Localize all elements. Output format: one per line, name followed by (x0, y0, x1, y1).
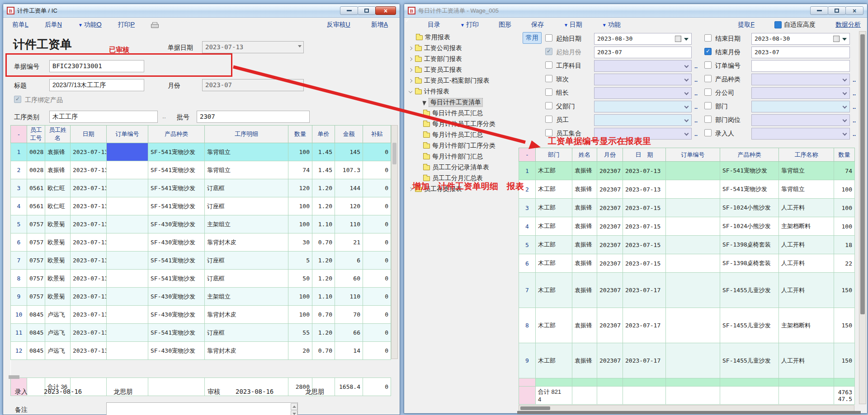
table-row[interactable]: 3 0561 欧仁旺 2023-07-13 SF-541宠物沙发 订底框 120… (11, 179, 391, 197)
process-subject-select[interactable] (594, 60, 692, 72)
parent-dept-select[interactable] (594, 101, 692, 112)
report-vscrollbar[interactable] (859, 31, 866, 404)
table-row[interactable]: 10 0845 卢远飞 2023-07-13 SF-430宠物沙发 靠背封木皮 … (11, 306, 391, 324)
col-header[interactable]: 订单编号 (666, 148, 720, 162)
col-header[interactable]: 姓名 (572, 148, 597, 162)
col-header[interactable]: 日 期 (623, 148, 666, 162)
table-row[interactable]: 8 0757 欧景菊 2023-07-13 SF-541宠物沙发 订底框 50 … (11, 270, 391, 288)
branch-checkbox[interactable] (704, 89, 712, 96)
dropdown-arrow-icon[interactable] (842, 38, 847, 41)
tree-item-monthly-piecework-dept-process[interactable]: 每月计件部门工序分类 (423, 140, 495, 151)
table-vscrollbar[interactable] (391, 125, 398, 359)
branch-select[interactable] (751, 87, 850, 99)
end-date-input[interactable]: 2023-08-30 (751, 33, 850, 45)
table-row[interactable]: 11 0845 卢远飞 2023-07-13 SF-541宠物沙发 订座框 55… (11, 324, 391, 342)
function-menu[interactable]: 功能O (78, 21, 102, 29)
start-date-checkbox[interactable] (545, 34, 552, 42)
table-row[interactable]: 9 0757 欧景菊 2023-07-13 SF-430宠物沙发 主架组立 10… (11, 288, 391, 306)
col-header[interactable]: 部门 (536, 148, 572, 162)
report-hscrollbar[interactable] (519, 405, 854, 411)
col-header[interactable]: 金额 (335, 126, 363, 143)
col-header[interactable]: 补贴 (363, 126, 391, 143)
process-subject-checkbox[interactable] (545, 61, 552, 69)
leader-checkbox[interactable] (545, 89, 552, 96)
title-field[interactable]: 2023/7/13木工工序 (49, 79, 144, 91)
scroll-up-button[interactable] (291, 403, 297, 410)
col-header[interactable]: - (519, 148, 536, 162)
table-row[interactable]: 4 0561 欧仁旺 2023-07-13 SF-541宠物沙发 订座框 100… (11, 197, 391, 215)
unaudit-button[interactable]: 反审核U (327, 21, 350, 29)
lookup-dots[interactable]: .. (694, 103, 698, 110)
close-button[interactable]: × (375, 6, 396, 15)
lookup-dots[interactable]: .. (853, 76, 856, 83)
end-date-checkbox[interactable] (704, 34, 712, 42)
product-type-checkbox[interactable] (704, 75, 712, 82)
col-header[interactable]: 员工工号 (27, 126, 45, 143)
table-row[interactable]: 12 0845 卢远飞 2023-07-13 SF-430宠物沙发 靠背封木皮 … (11, 342, 391, 360)
daily-wage-report-window[interactable]: B 每日计件工资清单 - Wage_005 × 目录 打印 图形 保存 日期 功… (404, 4, 868, 414)
employee-select[interactable] (594, 114, 692, 126)
directory-menu[interactable]: 目录 (428, 21, 440, 29)
minimize-button[interactable] (810, 6, 828, 15)
col-header[interactable]: 月份 (597, 148, 623, 162)
extract-button[interactable]: 提取F (738, 21, 755, 29)
col-header[interactable]: 产品种类 (720, 148, 779, 162)
lookup-dots[interactable]: .. (694, 76, 698, 83)
employee-checkbox[interactable] (545, 116, 552, 123)
autofit-height-checkbox[interactable] (774, 21, 782, 28)
table-row[interactable]: 1 木工部 袁振锋 202307 2023-07-13 SF-541宠物沙发 靠… (519, 162, 855, 180)
minimize-button[interactable] (340, 6, 358, 15)
col-header[interactable]: - (11, 126, 27, 143)
table-row[interactable]: 9 木工部 袁振锋 202307 2023-07-17 SF-1455儿童沙发 … (519, 343, 855, 378)
dropdown-arrow-icon[interactable] (684, 38, 689, 41)
order-no-checkbox[interactable] (704, 61, 712, 69)
lookup-dots[interactable]: .. (853, 131, 856, 137)
data-analysis-link[interactable]: 数据分析 (835, 21, 861, 29)
col-header[interactable]: 员工姓名 (45, 126, 71, 143)
prev-doc-button[interactable]: 前单L (12, 21, 28, 29)
right-titlebar[interactable]: B 每日计件工资清单 - Wage_005 × (404, 4, 867, 18)
lookup-dots[interactable]: .. (694, 63, 698, 70)
maximize-button[interactable] (828, 6, 846, 15)
lookup-dots[interactable]: .. (853, 90, 856, 97)
parent-dept-checkbox[interactable] (545, 102, 552, 109)
dept-select[interactable] (751, 101, 850, 112)
splitter-handle[interactable] (9, 375, 19, 379)
start-month-input[interactable]: 2023-07 (594, 47, 692, 58)
entry-person-checkbox[interactable] (704, 129, 712, 136)
shift-checkbox[interactable] (545, 75, 552, 82)
dept-position-select[interactable] (751, 114, 850, 126)
lookup-dots[interactable]: .. (853, 117, 856, 124)
table-row[interactable]: 4 木工部 袁振锋 202307 2023-07-15 SF-1024小熊沙发 … (519, 217, 855, 236)
lookup-dots[interactable]: .. (694, 131, 698, 137)
end-month-checkbox[interactable] (704, 48, 712, 55)
function-menu[interactable]: 功能 (602, 21, 621, 29)
start-date-input[interactable]: 2023-08-30 (594, 33, 692, 45)
col-header[interactable]: 单价 (312, 126, 335, 143)
printer-icon[interactable] (151, 22, 158, 28)
lookup-dots[interactable]: .. (694, 117, 698, 124)
maximize-button[interactable] (358, 6, 376, 15)
table-row[interactable]: 6 0757 欧景菊 2023-07-13 SF-430宠物沙发 靠背封木皮 3… (11, 233, 391, 252)
col-header[interactable]: 订单编号 (107, 126, 148, 143)
date-menu[interactable]: 日期 (564, 21, 582, 29)
left-titlebar[interactable]: B 计件工资单 / IC × (3, 4, 400, 18)
order-no-input[interactable] (751, 60, 850, 72)
scroll-down-button[interactable] (291, 410, 297, 415)
lookup-dots[interactable]: .. (694, 90, 698, 97)
table-row[interactable]: 1 0028 袁振锋 2023-07-13 SF-541宠物沙发 靠背组立 10… (11, 143, 391, 161)
remark-textarea[interactable] (106, 402, 298, 415)
next-doc-button[interactable]: 后单N (45, 21, 62, 29)
leader-select[interactable] (594, 87, 692, 99)
lookup-dots[interactable]: .. (853, 103, 856, 110)
graph-menu[interactable]: 图形 (499, 21, 511, 29)
lookup-dots[interactable]: .. (162, 112, 166, 120)
table-row[interactable]: 7 0757 欧景菊 2023-07-13 SF-541宠物沙发 订座框 5 1… (11, 252, 391, 270)
table-row[interactable]: 3 木工部 袁振锋 202307 2023-07-15 SF-1024小熊沙发 … (519, 199, 855, 217)
close-button[interactable]: × (845, 6, 863, 15)
table-row[interactable]: 5 0757 欧景菊 2023-07-13 SF-430宠物沙发 主架组立 10… (11, 215, 391, 233)
tree-item-monthly-piecework-dept-summary[interactable]: 每月计件部门汇总 (423, 151, 483, 162)
col-header[interactable]: 日期 (71, 126, 107, 143)
table-row[interactable]: 5 木工部 袁振锋 202307 2023-07-15 SF-1398桌椅套装 … (519, 236, 855, 254)
process-type-field[interactable]: 木工工序 (49, 111, 158, 123)
